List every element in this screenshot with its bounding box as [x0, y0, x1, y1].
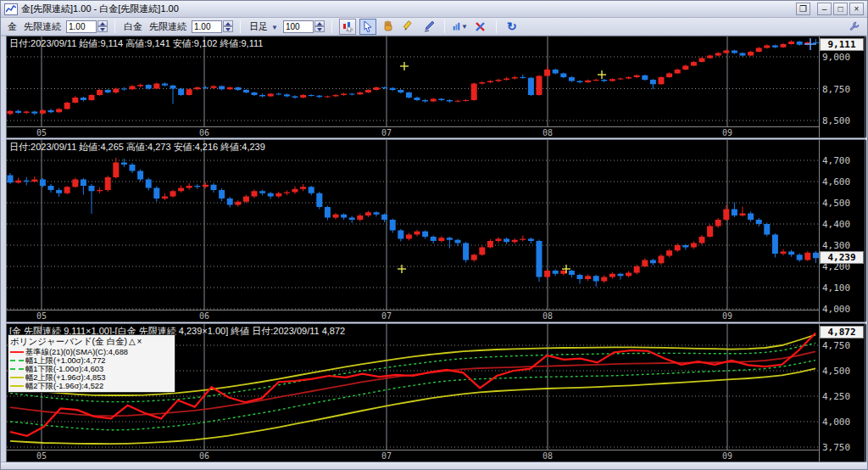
chart-app-icon	[4, 3, 18, 15]
svg-text:07: 07	[381, 311, 392, 321]
toolbar-separator	[114, 20, 115, 33]
settings-button[interactable]	[845, 19, 862, 35]
svg-text:4,750: 4,750	[822, 340, 850, 351]
svg-text:4,500: 4,500	[822, 366, 850, 377]
svg-text:4,000: 4,000	[822, 304, 850, 315]
chevron-down-icon: ▼	[461, 23, 468, 31]
chart-cursor-icon	[342, 20, 353, 32]
platinum-series-label: 先限連続	[149, 20, 186, 33]
delete-x-icon	[475, 21, 486, 32]
svg-text:09: 09	[722, 128, 732, 137]
bollinger-legend: ボリンジャーバンド(金 白金) △ × 基準線(21)(0)(SMA)(C):4…	[8, 334, 175, 393]
svg-text:06: 06	[199, 451, 209, 461]
popout-window-button[interactable]: ❐	[796, 3, 810, 15]
spread-last-price-tag: 4,872	[820, 326, 864, 339]
close-button[interactable]: ×	[849, 3, 864, 15]
toolbar-separator	[444, 20, 445, 33]
svg-text:05: 05	[36, 451, 47, 461]
bar-count-up-button[interactable]	[314, 20, 325, 26]
chart-area: 9,0008,7508,5000506070809 日付:2023/09/11 …	[7, 36, 865, 462]
gold-chart-panel: 9,0008,7508,5000506070809 日付:2023/09/11 …	[7, 36, 865, 137]
toolbar-separator	[331, 20, 332, 33]
toolbar: 金 先限連続 白金 先限連続 日足 ▼	[1, 18, 867, 36]
svg-text:05: 05	[36, 128, 47, 137]
svg-text:3,750: 3,750	[822, 442, 850, 453]
platinum-last-price-tag: 4,239	[820, 251, 864, 264]
chevron-down-icon: ▼	[271, 24, 278, 31]
title-bar: 金[先限連続]1.00 - 白金[先限連続]1.00 ❐ – □ ×	[1, 1, 867, 18]
legend-item: 幅2下限(-1.96σ):4,522	[10, 382, 173, 390]
pen-annotate-tool-button[interactable]	[420, 19, 437, 35]
svg-text:08: 08	[542, 311, 553, 321]
minimize-button[interactable]: –	[817, 3, 832, 15]
select-arrow-tool-button[interactable]	[359, 19, 376, 35]
bar-chart-icon	[453, 21, 460, 31]
svg-text:07: 07	[381, 451, 392, 461]
hand-icon	[382, 20, 394, 32]
svg-text:4,400: 4,400	[822, 219, 850, 230]
gold-ratio-spinner	[66, 20, 108, 33]
svg-text:06: 06	[199, 311, 209, 321]
svg-text:8,750: 8,750	[822, 84, 850, 95]
svg-text:09: 09	[722, 451, 732, 461]
refresh-button[interactable]: ↻	[504, 19, 520, 35]
legend-title: ボリンジャーバンド(金 白金)	[10, 336, 127, 348]
svg-text:4,100: 4,100	[822, 283, 850, 294]
svg-text:08: 08	[542, 451, 553, 461]
svg-text:05: 05	[36, 311, 47, 321]
svg-text:4,300: 4,300	[822, 240, 850, 251]
gold-series-label: 先限連続	[24, 20, 61, 33]
platinum-ratio-down-button[interactable]	[223, 26, 233, 32]
toolbar-separator	[240, 20, 241, 33]
gold-candle-chart[interactable]: 9,0008,7508,5000506070809	[7, 36, 866, 137]
gold-ratio-up-button[interactable]	[97, 20, 108, 26]
select-arrow-icon	[363, 21, 373, 32]
maximize-button[interactable]: □	[833, 3, 848, 15]
svg-text:06: 06	[199, 128, 209, 137]
svg-text:4,600: 4,600	[822, 176, 850, 187]
svg-text:09: 09	[722, 311, 732, 321]
upper1-line-swatch	[10, 360, 24, 361]
platinum-ratio-input[interactable]	[192, 20, 222, 33]
platinum-chart-panel: 4,7004,6004,5004,4004,3004,2004,1004,000…	[7, 140, 865, 322]
svg-text:08: 08	[542, 128, 553, 137]
delete-indicator-button[interactable]	[472, 19, 489, 35]
legend-close-button[interactable]: ×	[137, 338, 142, 346]
platinum-label: 白金	[124, 20, 142, 33]
pencil-draw-tool-button[interactable]	[400, 19, 417, 35]
gold-ratio-input[interactable]	[66, 20, 97, 33]
svg-text:07: 07	[381, 128, 392, 137]
platinum-ratio-spinner	[192, 20, 233, 33]
svg-text:4,250: 4,250	[822, 391, 850, 402]
bar-count-down-button[interactable]	[314, 26, 325, 32]
chart-cursor-tool-button[interactable]	[339, 19, 356, 35]
gold-ratio-down-button[interactable]	[97, 26, 108, 32]
upper2-line-swatch	[10, 377, 24, 378]
pencil-icon	[403, 20, 415, 32]
gold-last-price-tag: 9,111	[820, 38, 864, 51]
bar-count-spinner	[283, 20, 325, 33]
app-window: 金[先限連続]1.00 - 白金[先限連続]1.00 ❐ – □ × 金 先限連…	[0, 0, 868, 470]
fountain-pen-icon	[423, 20, 435, 32]
sma-line-swatch	[10, 351, 24, 353]
chart-type-dropdown-button[interactable]: ▼	[452, 19, 469, 35]
svg-text:4,500: 4,500	[822, 198, 850, 209]
platinum-candle-chart[interactable]: 4,7004,6004,5004,4004,3004,2004,1004,000…	[7, 140, 866, 322]
legend-minimize-button[interactable]: △	[129, 338, 136, 346]
svg-text:4,000: 4,000	[822, 417, 850, 428]
toolbar-separator	[496, 20, 497, 33]
svg-text:8,500: 8,500	[822, 115, 850, 126]
svg-text:9,000: 9,000	[822, 52, 850, 63]
wrench-icon	[849, 21, 860, 32]
refresh-icon: ↻	[507, 20, 517, 32]
period-dropdown[interactable]: 日足 ▼	[249, 20, 278, 33]
svg-text:4,700: 4,700	[822, 155, 850, 166]
gold-label: 金	[8, 20, 17, 33]
window-title: 金[先限連続]1.00 - 白金[先限連続]1.00	[21, 3, 794, 15]
pan-hand-tool-button[interactable]	[380, 19, 397, 35]
platinum-ratio-up-button[interactable]	[223, 20, 233, 26]
spread-chart-panel: 4,7504,5004,2504,0003,7500506070809 [金 先…	[7, 324, 865, 462]
bar-count-input[interactable]	[283, 20, 314, 33]
lower2-line-swatch	[10, 385, 24, 387]
bottom-status-strip	[1, 462, 867, 469]
